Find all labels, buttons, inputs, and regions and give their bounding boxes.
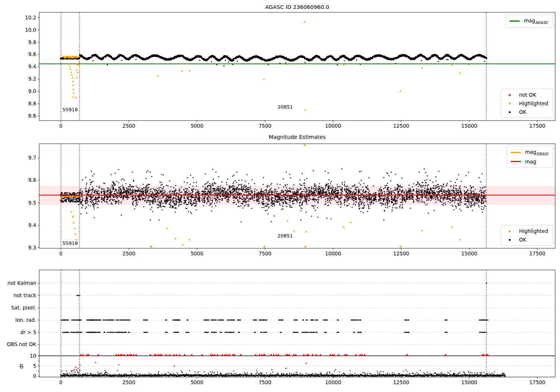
p2-x-axis: 025005000750010000125001500017500 — [59, 248, 545, 256]
p3-x-tick-label: 0 — [59, 379, 63, 385]
plot1: 5591820851025005000750010000125001500017… — [25, 12, 555, 129]
p1-vlines — [61, 12, 486, 121]
p2-y-tick-label: 9.5 — [28, 200, 36, 206]
p1-annotations: 5591820851 — [62, 104, 293, 112]
p2-x-tick-label: 7500 — [259, 251, 271, 256]
p1-y-tick-label: 9.8 — [28, 39, 36, 45]
p3-axes: 025005000750010000125001500017500 — [39, 270, 555, 385]
p1-frame — [39, 12, 555, 121]
legend-label: magAGASC — [524, 18, 548, 25]
obsid-annotation: 55918 — [62, 240, 78, 246]
p1-x-tick-label: 15000 — [461, 123, 477, 129]
p2-x-tick-label: 10000 — [325, 251, 341, 256]
p3-category-label: not track — [13, 292, 36, 298]
legend-label: Highlighted — [519, 100, 548, 106]
p1-y-tick-label: 9.0 — [28, 88, 36, 94]
p1-x-axis: 025005000750010000125001500017500 — [59, 121, 545, 129]
p2-y-tick-label: 9.6 — [28, 177, 36, 183]
plot2: 5591820851025005000750010000125001500017… — [28, 144, 555, 256]
p1-y-tick-label: 9.2 — [28, 76, 36, 82]
figure: 5591820851025005000750010000125001500017… — [0, 0, 560, 392]
p1-ok-points — [60, 54, 487, 67]
p2-legend-2: HighlightedOK — [501, 225, 553, 246]
p1-legend-2: not OKHighlightedOK — [501, 89, 553, 118]
p1-x-tick-label: 2500 — [122, 123, 135, 129]
p2-annotations: 5591820851 — [62, 233, 293, 246]
p3-x-tick-label: 5000 — [190, 379, 203, 385]
p3-x-tick-label: 17500 — [529, 379, 545, 385]
p3-category-label: OBS not OK — [7, 341, 37, 347]
p3-x-tick-label: 7500 — [259, 379, 271, 385]
p2-x-tick-label: 2500 — [122, 251, 135, 256]
legend-entry: OK — [505, 109, 548, 115]
legend-entry: mag — [511, 159, 548, 165]
p3-x-axis: 025005000750010000125001500017500 — [59, 377, 545, 385]
p1-x-tick-label: 7500 — [259, 123, 271, 129]
p2-y-tick-label: 9.4 — [28, 222, 36, 228]
legend-dot-marker — [505, 111, 515, 113]
legend-entry: OK — [505, 237, 548, 243]
p2-y-tick-label: 9.7 — [28, 155, 36, 161]
p3-x-tick-label: 12500 — [393, 379, 409, 385]
legend-label: not OK — [519, 92, 536, 98]
p1-y-tick-label: 10.2 — [25, 15, 36, 21]
p2-x-tick-label: 12500 — [393, 251, 409, 256]
p3-x-tick-label: 10000 — [325, 379, 341, 385]
p2-legend-1: magOBSIDmag — [507, 146, 553, 168]
obsid-annotation: 20851 — [277, 104, 293, 110]
legend-label: magOBSID — [525, 149, 548, 156]
obsid-annotation: 55918 — [62, 107, 78, 112]
legend-label: OK — [519, 109, 526, 115]
p3-dr-points — [60, 368, 506, 377]
p1-y-axis: 8.68.89.09.29.49.69.810.010.2 — [25, 15, 39, 119]
legend-dot-marker — [505, 230, 515, 232]
legend-entry: magAGASC — [510, 18, 548, 25]
p1-y-tick-label: 10.0 — [25, 27, 36, 33]
p3-x-tick-label: 15000 — [461, 379, 477, 385]
p2-x-tick-label: 5000 — [190, 251, 203, 256]
legend-dot-marker — [505, 103, 515, 105]
p1-axes: 0250050007500100001250015000175008.68.89… — [25, 12, 555, 129]
legend-label: mag — [525, 159, 536, 165]
legend-entry: Highlighted — [505, 228, 548, 234]
p2-x-tick-label: 15000 — [461, 251, 477, 256]
legend-dot-marker — [505, 94, 515, 96]
p2-x-tick-label: 0 — [59, 251, 63, 256]
p1-y-tick-label: 8.6 — [28, 113, 36, 119]
obsid-annotation: 20851 — [277, 233, 293, 239]
legend-entry: magOBSID — [511, 149, 548, 156]
p3-category-label: dr > 5 — [20, 329, 36, 335]
p3-ylabel: dr — [18, 363, 24, 369]
p1-y-tick-label: 9.4 — [28, 63, 36, 69]
legend-line-marker — [511, 152, 521, 153]
p3-not-ok-points — [71, 354, 489, 371]
legend-line-marker — [511, 161, 521, 162]
p1-x-tick-label: 5000 — [190, 123, 203, 129]
p1-x-tick-label: 10000 — [325, 123, 341, 129]
p1-legend-1: magAGASC — [505, 15, 553, 28]
legend-label: Highlighted — [519, 228, 548, 234]
p3-dr-tick-label: 10 — [30, 353, 36, 359]
legend-dot-marker — [505, 239, 515, 241]
p1-highlighted-points — [61, 21, 461, 111]
p3-category-label: Ion. rad. — [15, 317, 36, 323]
p3-y-axis: not Kalmannot trackSat. pixel.Ion. rad.d… — [7, 280, 39, 379]
p2-y-axis: 9.39.49.59.69.7 — [28, 155, 39, 250]
p3-category-label: not Kalman — [7, 280, 36, 286]
legend-entry: not OK — [505, 92, 548, 98]
p3-dr-tick-label: 5 — [33, 363, 36, 369]
legend-entry: Highlighted — [505, 100, 548, 106]
p3-x-tick-label: 2500 — [122, 379, 135, 385]
legend-label: OK — [519, 237, 526, 243]
plot3: 025005000750010000125001500017500not Kal… — [7, 270, 555, 385]
p1-x-tick-label: 17500 — [529, 123, 545, 129]
p1-y-tick-label: 8.8 — [28, 100, 36, 106]
p3-dr-tick-label: 0 — [33, 373, 36, 379]
p3-gridlines — [39, 283, 555, 376]
p1-x-tick-label: 12500 — [393, 123, 409, 129]
figure-canvas: 5591820851025005000750010000125001500017… — [0, 0, 560, 392]
p1-y-tick-label: 9.6 — [28, 51, 36, 57]
p3-category-label: Sat. pixel. — [11, 305, 36, 311]
p1-x-tick-label: 0 — [59, 123, 63, 129]
p2-x-tick-label: 17500 — [529, 251, 545, 256]
